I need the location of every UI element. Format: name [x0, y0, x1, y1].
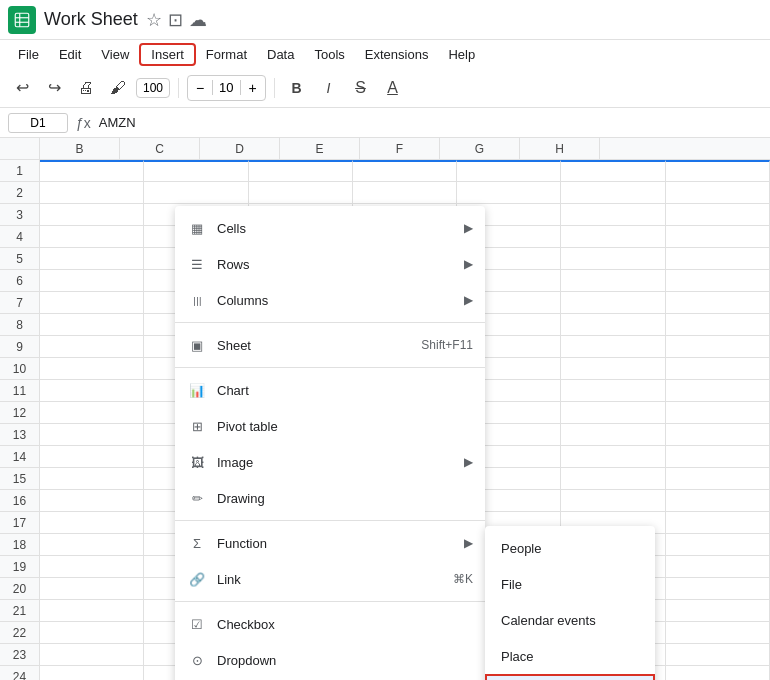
bold-button[interactable]: B: [283, 74, 311, 102]
grid-cell[interactable]: [40, 512, 144, 533]
submenu-calendar-events[interactable]: Calendar events: [485, 602, 655, 638]
menu-item-image[interactable]: 🖼 Image ▶: [175, 444, 485, 480]
menu-item-drawing[interactable]: ✏ Drawing: [175, 480, 485, 516]
grid-cell[interactable]: [561, 490, 665, 511]
menu-file[interactable]: File: [8, 45, 49, 64]
grid-cell[interactable]: [666, 336, 770, 357]
grid-cell[interactable]: [561, 270, 665, 291]
menu-item-rows[interactable]: ☰ Rows ▶: [175, 246, 485, 282]
grid-cell[interactable]: [249, 160, 353, 181]
grid-cell[interactable]: [40, 248, 144, 269]
grid-cell[interactable]: [666, 160, 770, 181]
grid-cell[interactable]: [249, 182, 353, 203]
grid-cell[interactable]: [561, 226, 665, 247]
grid-cell[interactable]: [666, 534, 770, 555]
grid-cell[interactable]: [40, 182, 144, 203]
grid-cell[interactable]: [40, 226, 144, 247]
grid-cell[interactable]: [40, 578, 144, 599]
strikethrough-button[interactable]: S: [347, 74, 375, 102]
grid-cell[interactable]: [666, 468, 770, 489]
menu-item-link[interactable]: 🔗 Link ⌘K: [175, 561, 485, 597]
italic-button[interactable]: I: [315, 74, 343, 102]
font-size-value[interactable]: 10: [212, 80, 240, 95]
print-button[interactable]: 🖨: [72, 74, 100, 102]
menu-extensions[interactable]: Extensions: [355, 45, 439, 64]
grid-cell[interactable]: [666, 292, 770, 313]
menu-edit[interactable]: Edit: [49, 45, 91, 64]
submenu-place[interactable]: Place: [485, 638, 655, 674]
zoom-control[interactable]: 100: [136, 78, 170, 98]
grid-cell[interactable]: [457, 182, 561, 203]
grid-cell[interactable]: [40, 204, 144, 225]
submenu-people[interactable]: People: [485, 530, 655, 566]
grid-cell[interactable]: [457, 160, 561, 181]
grid-cell[interactable]: [40, 622, 144, 643]
grid-cell[interactable]: [40, 380, 144, 401]
grid-cell[interactable]: [40, 358, 144, 379]
grid-cell[interactable]: [666, 380, 770, 401]
grid-cell[interactable]: [40, 314, 144, 335]
grid-cell[interactable]: [144, 160, 248, 181]
grid-cell[interactable]: [40, 336, 144, 357]
grid-cell[interactable]: [666, 402, 770, 423]
grid-cell[interactable]: [561, 182, 665, 203]
grid-cell[interactable]: [40, 490, 144, 511]
grid-cell[interactable]: [666, 314, 770, 335]
grid-cell[interactable]: [40, 468, 144, 489]
cell-reference[interactable]: D1: [8, 113, 68, 133]
menu-item-dropdown[interactable]: ⊙ Dropdown: [175, 642, 485, 678]
grid-cell[interactable]: [353, 182, 457, 203]
grid-cell[interactable]: [40, 600, 144, 621]
grid-cell[interactable]: [666, 226, 770, 247]
menu-item-columns[interactable]: ⫼ Columns ▶: [175, 282, 485, 318]
grid-cell[interactable]: [561, 424, 665, 445]
formula-input[interactable]: AMZN: [99, 115, 762, 130]
grid-cell[interactable]: [561, 336, 665, 357]
grid-cell[interactable]: [666, 204, 770, 225]
grid-cell[interactable]: [666, 270, 770, 291]
undo-button[interactable]: ↩: [8, 74, 36, 102]
font-size-decrease[interactable]: −: [188, 76, 212, 100]
menu-item-function[interactable]: Σ Function ▶: [175, 525, 485, 561]
menu-item-sheet[interactable]: ▣ Sheet Shift+F11: [175, 327, 485, 363]
grid-cell[interactable]: [40, 556, 144, 577]
menu-data[interactable]: Data: [257, 45, 304, 64]
grid-cell[interactable]: [40, 534, 144, 555]
menu-view[interactable]: View: [91, 45, 139, 64]
grid-cell[interactable]: [353, 160, 457, 181]
redo-button[interactable]: ↪: [40, 74, 68, 102]
submenu-finance[interactable]: Finance: [485, 674, 655, 680]
grid-cell[interactable]: [561, 248, 665, 269]
grid-cell[interactable]: [561, 446, 665, 467]
grid-cell[interactable]: [40, 424, 144, 445]
grid-cell[interactable]: [666, 446, 770, 467]
font-size-increase[interactable]: +: [241, 76, 265, 100]
grid-cell[interactable]: [561, 402, 665, 423]
grid-cell[interactable]: [561, 468, 665, 489]
grid-cell[interactable]: [40, 270, 144, 291]
save-icon[interactable]: ⊡: [168, 9, 183, 31]
menu-insert[interactable]: Insert: [139, 43, 196, 66]
grid-cell[interactable]: [666, 622, 770, 643]
grid-cell[interactable]: [666, 182, 770, 203]
menu-item-checkbox[interactable]: ☑ Checkbox: [175, 606, 485, 642]
grid-cell[interactable]: [40, 402, 144, 423]
grid-cell[interactable]: [561, 380, 665, 401]
grid-cell[interactable]: [666, 556, 770, 577]
grid-cell[interactable]: [40, 160, 144, 181]
menu-item-pivot[interactable]: ⊞ Pivot table: [175, 408, 485, 444]
grid-cell[interactable]: [666, 644, 770, 665]
grid-cell[interactable]: [40, 292, 144, 313]
star-icon[interactable]: ☆: [146, 9, 162, 31]
menu-tools[interactable]: Tools: [304, 45, 354, 64]
grid-cell[interactable]: [144, 182, 248, 203]
grid-cell[interactable]: [666, 424, 770, 445]
grid-cell[interactable]: [666, 512, 770, 533]
grid-cell[interactable]: [561, 204, 665, 225]
grid-cell[interactable]: [666, 248, 770, 269]
grid-cell[interactable]: [40, 666, 144, 680]
grid-cell[interactable]: [561, 314, 665, 335]
grid-cell[interactable]: [666, 358, 770, 379]
paintformat-button[interactable]: 🖌: [104, 74, 132, 102]
submenu-file[interactable]: File: [485, 566, 655, 602]
